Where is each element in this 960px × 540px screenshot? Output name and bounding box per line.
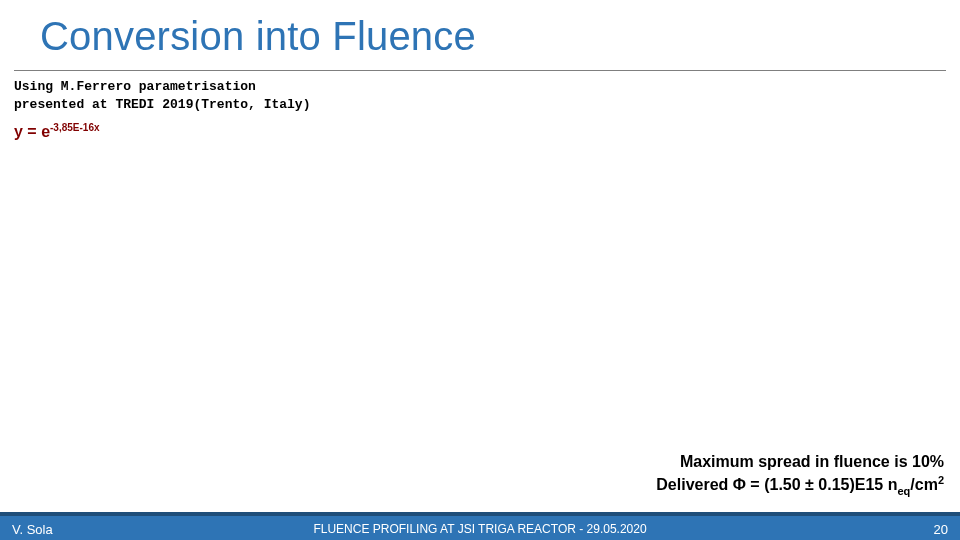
result-mid: /cm (910, 477, 938, 494)
param-line-1: Using M.Ferrero parametrisation (14, 79, 256, 94)
equation: y = e-3,85E-16x (14, 122, 100, 141)
title-underline (14, 70, 946, 71)
equation-exponent: -3,85E-16x (50, 122, 99, 133)
result-line-1: Maximum spread in fluence is 10% (656, 452, 944, 473)
result-sup: 2 (938, 474, 944, 486)
equation-base: y = e (14, 123, 50, 140)
footer-center: FLUENCE PROFILING AT JSI TRIGA REACTOR -… (0, 522, 960, 536)
footer-page-number: 20 (934, 522, 948, 537)
param-line-2: presented at TREDI 2019(Trento, Italy) (14, 97, 310, 112)
result-sub: eq (897, 485, 910, 497)
result-prefix: Delivered Φ = (1.50 ± 0.15)E15 n (656, 477, 897, 494)
result-line-2: Delivered Φ = (1.50 ± 0.15)E15 neq/cm2 (656, 473, 944, 498)
result-text: Maximum spread in fluence is 10% Deliver… (656, 452, 944, 498)
parametrisation-note: Using M.Ferrero parametrisation presente… (14, 78, 310, 113)
slide: Conversion into Fluence Using M.Ferrero … (0, 0, 960, 540)
slide-title: Conversion into Fluence (40, 14, 476, 59)
footer-bar: V. Sola FLUENCE PROFILING AT JSI TRIGA R… (0, 512, 960, 540)
